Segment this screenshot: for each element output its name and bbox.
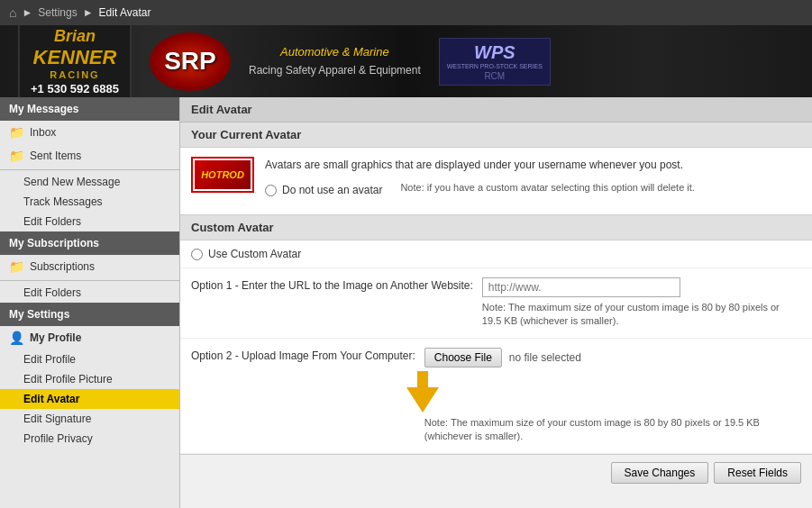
sidebar-edit-folders-subs[interactable]: Edit Folders [0, 283, 179, 303]
person-icon: 👤 [9, 331, 24, 345]
wps-sub: WESTERN PRO-STOCK SERIES [447, 63, 543, 69]
content-footer: Save Changes Reset Fields [180, 454, 812, 491]
kenner-racing: KENNER [31, 46, 119, 69]
option1-label: Option 1 - Enter the URL to the Image on… [191, 277, 473, 292]
avatar-description: Avatars are small graphics that are disp… [265, 157, 695, 198]
option1-controls: Note: The maximum size of your custom im… [482, 277, 801, 329]
sent-folder-icon: 📁 [9, 149, 24, 163]
sidebar-edit-profile[interactable]: Edit Profile [0, 349, 179, 369]
option1-row: Option 1 - Enter the URL to the Image on… [180, 268, 812, 339]
choose-file-button[interactable]: Choose File [424, 348, 502, 367]
sidebar-edit-profile-picture[interactable]: Edit Profile Picture [0, 369, 179, 389]
option2-row: Option 2 - Upload Image From Your Comput… [180, 339, 812, 454]
banner: Brian KENNER RACING +1 530 592 6885 SRP … [0, 25, 812, 97]
breadcrumb-settings[interactable]: Settings [38, 6, 77, 19]
reset-fields-button[interactable]: Reset Fields [714, 462, 801, 484]
content-header: Edit Avatar [180, 97, 812, 122]
wps-text: WPS [447, 42, 543, 63]
use-custom-row: Use Custom Avatar [180, 240, 812, 268]
current-avatar-title: Your Current Avatar [180, 122, 812, 148]
option2-controls: Choose File no file selected Note: The m… [424, 348, 801, 444]
main-layout: My Messages 📁 Inbox 📁 Sent Items Send Ne… [0, 97, 812, 508]
save-changes-button[interactable]: Save Changes [611, 462, 709, 484]
avatar-thumbnail: HotRod [191, 157, 254, 193]
no-avatar-radio[interactable] [265, 185, 277, 196]
option2-note: Note: The maximum size of your custom im… [424, 416, 801, 444]
top-bar: ⌂ ► Settings ► Edit Avatar [0, 0, 812, 25]
my-subscriptions-header: My Subscriptions [0, 231, 179, 255]
sidebar-edit-folders-messages[interactable]: Edit Folders [0, 212, 179, 231]
banner-middle-text: Automotive & Marine Racing Safety Appare… [249, 43, 421, 79]
url-input[interactable] [482, 277, 680, 297]
content-section: Your Current Avatar HotRod Avatars are s… [180, 122, 812, 454]
current-avatar-row: HotRod Avatars are small graphics that a… [191, 157, 801, 198]
kenner-phone: +1 530 592 6885 [31, 82, 119, 95]
home-icon[interactable]: ⌂ [9, 5, 16, 20]
banner-wps-logo: WPS WESTERN PRO-STOCK SERIES RCM [439, 38, 551, 86]
srp-text: SRP [164, 47, 216, 76]
subscriptions-label: Subscriptions [30, 260, 95, 273]
banner-auto: Automotive & Marine [249, 43, 421, 62]
banner-kenner-logo: Brian KENNER RACING +1 530 592 6885 [18, 25, 132, 97]
sent-label: Sent Items [30, 150, 81, 162]
sidebar-track-messages[interactable]: Track Messages [0, 192, 179, 212]
sidebar-send-new-message[interactable]: Send New Message [0, 172, 179, 192]
breadcrumb-separator: ► [22, 6, 32, 19]
sidebar-item-subscriptions[interactable]: 📁 Subscriptions [0, 255, 179, 278]
breadcrumb-arrow: ► [83, 6, 94, 19]
sidebar-profile-privacy[interactable]: Profile Privacy [0, 429, 179, 449]
sidebar-item-my-profile[interactable]: 👤 My Profile [0, 326, 179, 349]
content-area: Edit Avatar Your Current Avatar HotRod A… [180, 97, 812, 508]
no-file-text: no file selected [509, 351, 581, 364]
custom-avatar-title: Custom Avatar [180, 214, 812, 240]
banner-racing-safety: Racing Safety Apparel & Equipment [249, 62, 421, 79]
wps-rcm: RCM [447, 71, 543, 81]
file-row: Choose File no file selected [424, 348, 801, 367]
my-messages-header: My Messages [0, 97, 179, 121]
no-avatar-radio-row: Do not use an avatar [265, 182, 382, 198]
kenner-racing-text: RACING [31, 69, 119, 80]
sidebar-edit-avatar[interactable]: Edit Avatar [0, 389, 179, 409]
inbox-label: Inbox [30, 126, 56, 139]
kenner-name: Brian [31, 27, 119, 46]
my-settings-header: My Settings [0, 303, 179, 326]
use-custom-radio[interactable] [191, 249, 203, 260]
no-avatar-label: Do not use an avatar [282, 182, 382, 198]
my-profile-label: My Profile [30, 331, 81, 344]
subscriptions-folder-icon: 📁 [9, 259, 24, 274]
note-delete: Note: if you have a custom avatar select… [400, 178, 695, 198]
breadcrumb-current: Edit Avatar [99, 6, 151, 19]
current-avatar-body: HotRod Avatars are small graphics that a… [180, 148, 812, 214]
option1-note: Note: The maximum size of your custom im… [482, 301, 801, 329]
inbox-folder-icon: 📁 [9, 125, 24, 140]
sidebar-edit-signature[interactable]: Edit Signature [0, 409, 179, 429]
use-custom-label: Use Custom Avatar [208, 248, 301, 260]
sidebar-item-sent[interactable]: 📁 Sent Items [0, 144, 179, 168]
sidebar-item-inbox[interactable]: 📁 Inbox [0, 121, 179, 144]
avatar-desc-text: Avatars are small graphics that are disp… [265, 157, 695, 173]
option2-label: Option 2 - Upload Image From Your Comput… [191, 348, 415, 362]
banner-srp-logo: SRP [150, 32, 231, 91]
sidebar: My Messages 📁 Inbox 📁 Sent Items Send Ne… [0, 97, 180, 508]
avatar-thumb-inner: HotRod [195, 160, 251, 189]
